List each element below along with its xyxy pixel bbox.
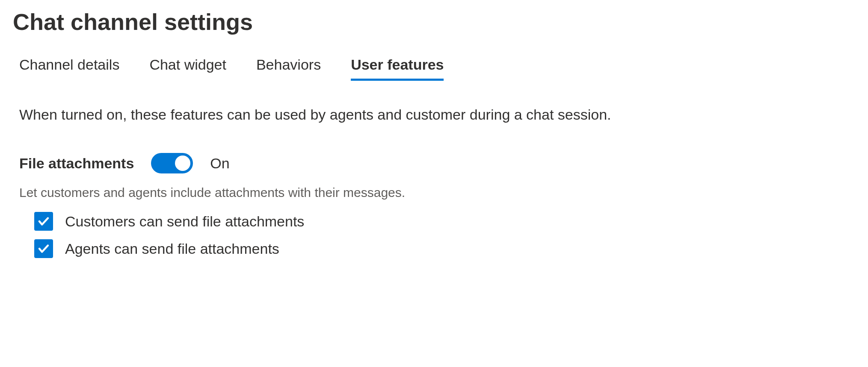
file-attachments-toggle-state: On	[210, 155, 229, 172]
tabs-container: Channel details Chat widget Behaviors Us…	[13, 56, 855, 81]
customers-send-checkbox[interactable]	[34, 212, 53, 231]
check-icon	[37, 215, 50, 228]
page-title: Chat channel settings	[13, 9, 855, 35]
agents-send-label: Agents can send file attachments	[65, 241, 279, 257]
check-icon	[37, 242, 50, 255]
customers-send-label: Customers can send file attachments	[65, 213, 304, 230]
checkbox-row-customers: Customers can send file attachments	[13, 212, 855, 231]
file-attachments-toggle[interactable]	[151, 153, 193, 173]
tab-behaviors[interactable]: Behaviors	[256, 56, 321, 81]
checkbox-row-agents: Agents can send file attachments	[13, 239, 855, 258]
tab-description: When turned on, these features can be us…	[13, 106, 855, 123]
file-attachments-hint: Let customers and agents include attachm…	[13, 185, 855, 200]
toggle-knob-icon	[175, 156, 190, 171]
tab-chat-widget[interactable]: Chat widget	[149, 56, 226, 81]
file-attachments-row: File attachments On	[13, 153, 855, 173]
file-attachments-label: File attachments	[19, 155, 134, 172]
agents-send-checkbox[interactable]	[34, 239, 53, 258]
tab-user-features[interactable]: User features	[351, 56, 444, 81]
tab-channel-details[interactable]: Channel details	[19, 56, 119, 81]
